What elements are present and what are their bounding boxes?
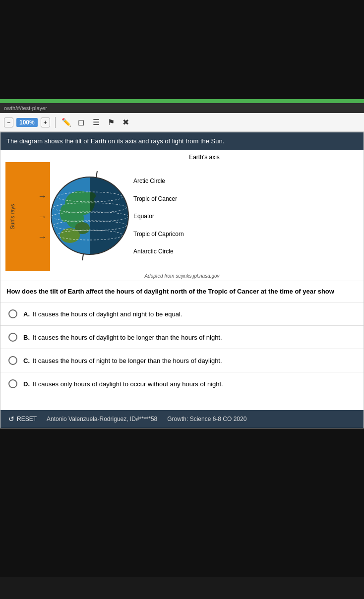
toolbar: − 100% + ✏️ ◻ ☰ ⚑ ✖: [0, 113, 364, 132]
zoom-level: 100%: [16, 118, 38, 127]
option-c-letter: C.: [23, 357, 30, 364]
green-bar: [0, 99, 364, 103]
option-a[interactable]: A. It causes the hours of daylight and n…: [0, 302, 364, 325]
axis-label: Earth's axis: [50, 154, 359, 161]
toolbar-divider: [55, 117, 56, 128]
main-content: The diagram shows the tilt of Earth on i…: [0, 132, 364, 428]
student-info: Antonio Valenzuela-Rodriguez, ID#*****58: [47, 416, 157, 422]
option-a-letter: A.: [23, 310, 30, 318]
course-info: Growth: Science 6-8 CO 2020: [167, 416, 246, 422]
reset-label: RESET: [17, 416, 37, 422]
sun-arrows: → → →: [38, 191, 48, 242]
spacer: [0, 395, 364, 410]
antarctic-circle-label: Antarctic Circle: [133, 246, 184, 257]
option-c[interactable]: C. It causes the hours of night to be lo…: [0, 349, 364, 372]
reset-button[interactable]: ↺ RESET: [8, 415, 37, 423]
tropic-of-capricorn-label: Tropic of Capricorn: [133, 229, 184, 240]
radio-a[interactable]: [8, 309, 17, 318]
globe-and-labels: Arctic Circle Tropic of Cancer Equator T…: [50, 169, 184, 265]
reset-icon: ↺: [8, 415, 14, 423]
orange-sun-background: Sun's rays → → →: [5, 162, 50, 271]
suns-rays-label: Sun's rays: [9, 204, 15, 229]
sun-arrow-2: →: [38, 212, 47, 222]
option-d[interactable]: D. It causes only hours of daylight to o…: [0, 372, 364, 395]
option-b[interactable]: B. It causes the hours of daylight to be…: [0, 325, 364, 349]
arctic-circle-label: Arctic Circle: [133, 176, 184, 187]
option-a-text: It causes the hours of daylight and nigh…: [33, 310, 182, 318]
dark-bottom-area: [0, 428, 364, 577]
menu-tool[interactable]: ☰: [90, 117, 102, 128]
dark-top-area: [0, 0, 364, 99]
close-tool[interactable]: ✖: [120, 117, 132, 128]
diagram-labels: Arctic Circle Tropic of Cancer Equator T…: [133, 176, 184, 257]
browser-url-bar: owth/#/test-player: [0, 103, 364, 113]
tropic-of-cancer-label: Tropic of Cancer: [133, 194, 184, 205]
option-d-text: It causes only hours of daylight to occu…: [33, 380, 223, 388]
inner-diagram: Sun's rays → → →: [5, 162, 359, 271]
radio-d[interactable]: [8, 379, 17, 388]
zoom-in-button[interactable]: +: [41, 118, 50, 127]
earth-svg: [50, 169, 129, 263]
radio-b[interactable]: [8, 333, 17, 342]
eraser-tool[interactable]: ◻: [75, 117, 87, 128]
answer-options: A. It causes the hours of daylight and n…: [0, 302, 364, 395]
sun-arrow-3: →: [38, 232, 47, 242]
option-b-letter: B.: [23, 334, 30, 341]
question-header: The diagram shows the tilt of Earth on i…: [0, 132, 364, 150]
flag-tool[interactable]: ⚑: [105, 117, 117, 128]
bottom-footer: ↺ RESET Antonio Valenzuela-Rodriguez, ID…: [0, 410, 364, 428]
globe-wrapper: [50, 169, 129, 265]
option-b-text: It causes the hours of daylight to be lo…: [33, 334, 222, 341]
option-d-letter: D.: [23, 380, 30, 388]
equator-label: Equator: [133, 211, 184, 222]
option-c-text: It causes the hours of night to be longe…: [33, 357, 222, 364]
zoom-out-button[interactable]: −: [4, 118, 13, 127]
question-text: How does the tilt of Earth affect the ho…: [0, 281, 364, 302]
diagram-area: Earth's axis Sun's rays → → →: [0, 150, 364, 281]
radio-c[interactable]: [8, 356, 17, 365]
sun-arrow-1: →: [38, 191, 47, 202]
pencil-tool[interactable]: ✏️: [61, 117, 72, 128]
diagram-attribution: Adapted from scijinks.jpl.nasa.gov: [5, 271, 359, 281]
